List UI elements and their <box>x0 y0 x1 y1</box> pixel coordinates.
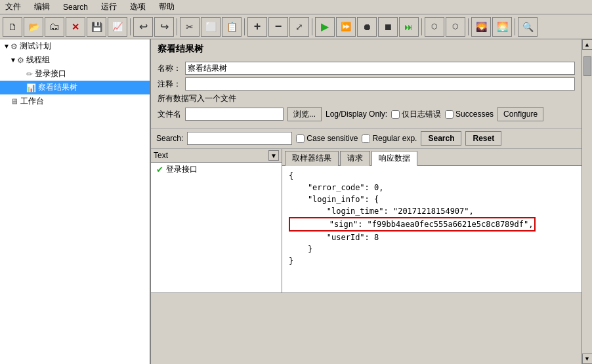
toolbar-record-btn[interactable]: ⏺ <box>357 17 377 37</box>
json-line-7: } <box>289 255 575 267</box>
result-item-login-label: 登录接口 <box>166 164 198 175</box>
result-item-login[interactable]: ✔ 登录接口 <box>151 163 282 176</box>
tree-label-login: 登录接口 <box>35 68 66 79</box>
file-label: 文件名 <box>158 109 181 120</box>
menu-edit[interactable]: 编辑 <box>32 0 53 14</box>
main-area: ▼ ⚙ 测试计划 ▼ ⚙ 线程组 ✏ 登录接口 📊 察看结果树 🖥 工作台 <box>0 39 592 364</box>
form-row-file: 文件名 浏览... Log/Display Only: 仅日志错误 Succes… <box>158 107 575 121</box>
toolbar-sep-4 <box>312 18 312 35</box>
right-scrollbar: ▲ ▼ <box>581 39 592 364</box>
toolbar-save-btn[interactable]: 💾 <box>87 17 106 37</box>
file-desc-text: 所有数据写入一个文件 <box>158 93 236 104</box>
menu-search[interactable]: Search <box>60 1 91 13</box>
errors-checkbox-label[interactable]: 仅日志错误 <box>391 109 441 120</box>
toolbar-open2-btn[interactable]: 🗂 <box>45 17 64 37</box>
right-panel: 察看结果树 名称： 注释： 所有数据写入一个文件 文件名 浏览... <box>151 39 581 364</box>
case-sensitive-checkbox[interactable] <box>296 134 305 143</box>
search-input[interactable] <box>187 132 292 145</box>
tab-response-data[interactable]: 响应数据 <box>371 151 417 166</box>
tree-label-testplan: 测试计划 <box>20 41 51 52</box>
toolbar-expand-btn[interactable]: ⤢ <box>289 17 309 37</box>
menu-file[interactable]: 文件 <box>3 0 24 14</box>
menu-bar: 文件 编辑 Search 运行 选项 帮助 <box>0 0 592 14</box>
search-bar: Search: Case sensitive Regular exp. Sear… <box>151 129 581 149</box>
tree-label-threadgroup: 线程组 <box>26 54 50 66</box>
column-dropdown-btn[interactable]: ▼ <box>268 150 279 161</box>
toolbar-close-btn[interactable]: ✕ <box>66 17 85 37</box>
toolbar-hex1-btn[interactable]: ⬡ <box>425 17 444 37</box>
successes-checkbox-label[interactable]: Successes <box>445 110 494 119</box>
name-label: 名称： <box>158 63 181 74</box>
browse-button[interactable]: 浏览... <box>287 107 322 121</box>
toolbar-paste-btn[interactable]: 📋 <box>222 17 242 37</box>
right-container: 察看结果树 名称： 注释： 所有数据写入一个文件 文件名 浏览... <box>151 39 592 364</box>
toolbar-open-btn[interactable]: 📂 <box>24 17 43 37</box>
toolbar-img1-btn[interactable]: 🌄 <box>471 17 491 37</box>
scroll-thumb[interactable] <box>583 56 591 76</box>
log-display-label: Log/Display Only: <box>326 110 387 119</box>
scroll-up-btn[interactable]: ▲ <box>582 39 593 50</box>
toolbar-copy-btn[interactable]: ⬜ <box>201 17 221 37</box>
menu-run[interactable]: 运行 <box>98 0 119 14</box>
json-line-4: "sign": "f99bb4aea0fec555a6621e5c8c8789d… <box>289 217 575 232</box>
status-icon-login: ✔ <box>156 165 163 174</box>
tab-panel: 取样器结果 请求 响应数据 { "error_code": 0, "login_… <box>282 149 581 293</box>
toolbar-redo-btn[interactable]: ↪ <box>154 17 174 37</box>
toolbar-next-btn[interactable]: ⏭ <box>399 17 419 37</box>
regex-label[interactable]: Regular exp. <box>362 134 417 143</box>
expand-icon-threadgroup: ▼ <box>9 56 17 64</box>
configure-button[interactable]: Configure <box>497 107 543 121</box>
errors-label-text: 仅日志错误 <box>402 109 441 120</box>
page-title: 察看结果树 <box>151 39 581 58</box>
expand-icon-login <box>18 70 26 77</box>
tree-item-testplan[interactable]: ▼ ⚙ 测试计划 <box>0 39 150 53</box>
toolbar-new-btn[interactable]: 🗋 <box>3 17 22 37</box>
toolbar-sep-6 <box>468 18 469 35</box>
json-line-6: } <box>289 243 575 255</box>
toolbar-stop-btn[interactable]: ⏹ <box>378 17 398 37</box>
json-line-0: { <box>289 170 575 182</box>
tree-item-login[interactable]: ✏ 登录接口 <box>0 67 150 81</box>
toolbar-search-btn[interactable]: 🔍 <box>518 17 538 37</box>
scroll-down-btn[interactable]: ▼ <box>582 354 593 364</box>
icon-threadgroup: ⚙ <box>17 56 24 65</box>
search-button[interactable]: Search <box>421 131 461 146</box>
expand-icon-workbench <box>3 98 11 105</box>
tree-item-workbench[interactable]: 🖥 工作台 <box>0 94 150 108</box>
icon-resulttree: 📊 <box>26 83 36 92</box>
toolbar-add-btn[interactable]: + <box>247 17 267 37</box>
comment-input[interactable] <box>185 77 575 91</box>
result-area: Text ▼ ✔ 登录接口 取样器结果 请求 响应数据 <box>151 149 581 364</box>
reset-button[interactable]: Reset <box>465 131 501 146</box>
json-line-5: "userId": 8 <box>289 232 575 243</box>
toolbar-img2-btn[interactable]: 🌅 <box>492 17 512 37</box>
toolbar-chart-btn[interactable]: 📈 <box>108 17 127 37</box>
regex-checkbox[interactable] <box>362 134 370 143</box>
errors-checkbox[interactable] <box>391 110 400 119</box>
highlighted-sign-line: "sign": "f99bb4aea0fec555a6621e5c8c8789d… <box>289 217 536 232</box>
icon-testplan: ⚙ <box>11 42 18 51</box>
toolbar-sep-2 <box>177 18 177 35</box>
toolbar-run-all-btn[interactable]: ⏩ <box>336 17 356 37</box>
expand-icon-resulttree <box>18 84 26 91</box>
menu-help[interactable]: 帮助 <box>156 0 177 14</box>
file-input[interactable] <box>185 108 284 121</box>
toolbar-hex2-btn[interactable]: ⬡ <box>446 17 465 37</box>
toolbar-remove-btn[interactable]: − <box>268 17 288 37</box>
search-label: Search: <box>156 134 183 143</box>
tree-item-resulttree[interactable]: 📊 察看结果树 <box>0 81 150 94</box>
tree-item-threadgroup[interactable]: ▼ ⚙ 线程组 <box>0 53 150 67</box>
toolbar-cut-btn[interactable]: ✂ <box>180 17 200 37</box>
json-line-2: "login_info": { <box>289 193 575 205</box>
tab-request[interactable]: 请求 <box>340 151 370 166</box>
successes-checkbox[interactable] <box>445 110 454 119</box>
name-input[interactable] <box>185 62 575 75</box>
regex-text: Regular exp. <box>372 134 417 143</box>
comment-label: 注释： <box>158 79 181 90</box>
tab-sampler-result[interactable]: 取样器结果 <box>285 151 339 166</box>
toolbar-run-btn[interactable]: ▶ <box>315 17 335 37</box>
toolbar-undo-btn[interactable]: ↩ <box>133 17 153 37</box>
tree-label-resulttree: 察看结果树 <box>38 82 77 93</box>
menu-options[interactable]: 选项 <box>127 0 148 14</box>
case-sensitive-label[interactable]: Case sensitive <box>296 134 358 143</box>
